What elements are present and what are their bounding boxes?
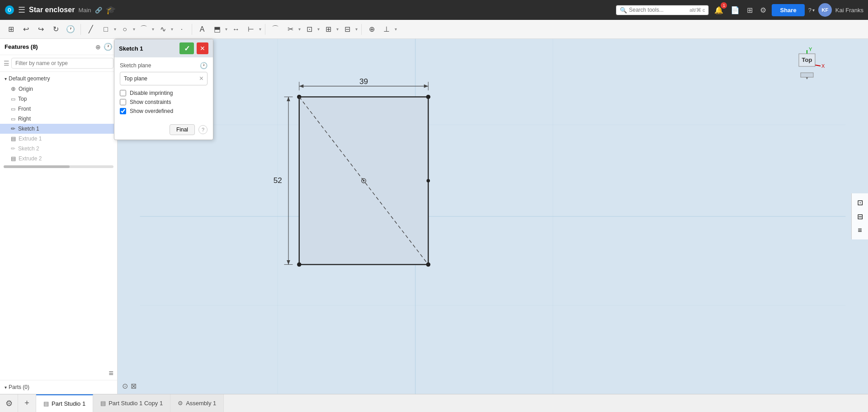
- parts-section: ▾ Parts (0): [0, 380, 117, 394]
- tab-part-studio-1[interactable]: ▤ Part Studio 1: [36, 394, 93, 412]
- sketch-cancel-button[interactable]: ✕: [197, 42, 208, 54]
- arc-arrow[interactable]: ▾: [151, 27, 155, 32]
- document-icon[interactable]: 📄: [729, 4, 741, 16]
- show-constraints-checkbox[interactable]: [120, 99, 126, 105]
- slot-tool[interactable]: ⬒: [210, 22, 224, 37]
- rectangle-tool[interactable]: □: [99, 22, 113, 37]
- filter-input[interactable]: [11, 58, 113, 69]
- feature-item-top[interactable]: ▭ Top: [0, 94, 117, 104]
- line-tool-group: ╱: [84, 22, 98, 37]
- feature-item-right[interactable]: ▭ Right: [0, 114, 117, 124]
- rectangle-arrow[interactable]: ▾: [113, 27, 117, 32]
- arc-tool[interactable]: ⌒: [137, 22, 151, 37]
- svg-text:O: O: [8, 8, 11, 13]
- logo[interactable]: O: [5, 5, 14, 15]
- mini-panel-btn-3[interactable]: ≡: [854, 224, 866, 237]
- features-clock-icon[interactable]: 🕐: [104, 42, 113, 51]
- tab-add-button[interactable]: +: [18, 394, 36, 412]
- snap-tool-group: ⊥ ▾: [379, 22, 398, 37]
- dimension-tool[interactable]: ↔: [229, 22, 243, 37]
- sketch-plane-label: Sketch plane: [120, 62, 151, 69]
- view-cube[interactable]: Y X Top ▾: [787, 43, 827, 84]
- svg-point-15: [426, 179, 430, 183]
- link-icon[interactable]: 🔗: [95, 7, 102, 14]
- graduation-icon[interactable]: 🎓: [106, 5, 116, 15]
- feature-name-sketch1: Sketch 1: [18, 126, 39, 132]
- snap-arrow[interactable]: ▾: [394, 27, 398, 32]
- offset-tool-group: ⊟ ▾: [340, 22, 359, 37]
- mirror-arrow[interactable]: ▾: [316, 27, 321, 32]
- text-tool[interactable]: A: [195, 22, 209, 37]
- feature-item-front[interactable]: ▭ Front: [0, 104, 117, 114]
- list-icon[interactable]: ≡: [108, 369, 113, 378]
- undo-button[interactable]: ↩: [19, 22, 33, 37]
- use-tool[interactable]: ⊕: [364, 22, 379, 37]
- share-button[interactable]: Share: [772, 4, 804, 16]
- settings-icon[interactable]: ⚙: [758, 4, 768, 16]
- show-overdefined-checkbox[interactable]: [120, 108, 126, 114]
- fillet-tool[interactable]: ⌒: [268, 22, 283, 37]
- sketch-panel: Sketch 1 ✓ ✕ Sketch plane 🕐 Top plane × …: [114, 39, 213, 140]
- feature-name-extrude2: Extrude 2: [19, 155, 42, 162]
- trim-tool-group: ✂ ▾: [283, 22, 302, 37]
- trim-tool[interactable]: ✂: [283, 22, 297, 37]
- help-button[interactable]: ? ▾: [808, 7, 815, 14]
- tab-assembly[interactable]: ⚙ Assembly 1: [170, 394, 224, 412]
- avatar[interactable]: KF: [818, 3, 832, 17]
- mini-panel-btn-1[interactable]: ⊡: [854, 196, 866, 209]
- sketch-plane-select[interactable]: Top plane ×: [120, 72, 208, 85]
- sketch-help-icon[interactable]: ?: [198, 125, 208, 134]
- circle-arrow[interactable]: ▾: [132, 27, 136, 32]
- slot-arrow[interactable]: ▾: [224, 27, 228, 32]
- feature-item-extrude2[interactable]: ▤ Extrude 2: [0, 154, 117, 164]
- pattern-tool[interactable]: ⊞: [321, 22, 335, 37]
- offset-tool[interactable]: ⊟: [340, 22, 354, 37]
- trim-arrow[interactable]: ▾: [297, 27, 302, 32]
- plane-clear-icon[interactable]: ×: [199, 75, 203, 83]
- clock-button[interactable]: 🕐: [63, 22, 78, 37]
- redo-button[interactable]: ↪: [33, 22, 48, 37]
- snap-tool[interactable]: ⊥: [379, 22, 394, 37]
- point-tool[interactable]: ·: [175, 22, 189, 37]
- final-button[interactable]: Final: [170, 124, 195, 135]
- tab-part-studio-copy[interactable]: ▤ Part Studio 1 Copy 1: [93, 394, 170, 412]
- grid-view-icon[interactable]: ⊞: [745, 4, 755, 16]
- svg-text:39: 39: [359, 77, 368, 86]
- sep2: [192, 24, 192, 35]
- tab-settings-left[interactable]: ⚙: [0, 394, 18, 412]
- pattern-arrow[interactable]: ▾: [335, 27, 340, 32]
- spline-tool[interactable]: ∿: [156, 22, 170, 37]
- spline-arrow[interactable]: ▾: [170, 27, 174, 32]
- sketch-clock-icon[interactable]: 🕐: [200, 62, 208, 69]
- canvas-icon-2[interactable]: ⊠: [131, 382, 137, 390]
- offset-arrow[interactable]: ▾: [354, 27, 359, 32]
- feature-item-origin[interactable]: ⊕ Origin: [0, 84, 117, 94]
- features-add-icon[interactable]: ⊕: [95, 43, 101, 51]
- toolbar-group-modify: ⌒ ✂ ▾ ⊡ ▾ ⊞ ▾ ⊟ ▾: [268, 22, 359, 37]
- parts-header[interactable]: ▾ Parts (0): [5, 384, 113, 390]
- canvas[interactable]: 39 52 Y X: [118, 39, 868, 394]
- constraint-arrow[interactable]: ▾: [258, 27, 262, 32]
- sketch-panel-footer: Final ?: [114, 122, 213, 140]
- mini-panel-btn-2[interactable]: ⊟: [854, 210, 866, 223]
- circle-tool[interactable]: ○: [118, 22, 132, 37]
- notifications-button[interactable]: 🔔 1: [712, 4, 725, 16]
- constraint-tool[interactable]: ⊢: [244, 22, 258, 37]
- hamburger-menu[interactable]: ☰: [18, 5, 25, 15]
- feature-item-extrude1[interactable]: ▤ Extrude 1: [0, 134, 117, 144]
- disable-imprinting-checkbox[interactable]: [120, 90, 126, 96]
- default-geometry-group[interactable]: ▾ Default geometry: [0, 74, 117, 84]
- sketch-confirm-button[interactable]: ✓: [179, 42, 194, 54]
- features-panel-toggle[interactable]: ⊞: [4, 22, 18, 37]
- regenerate-button[interactable]: ↻: [48, 22, 63, 37]
- mirror-tool[interactable]: ⊡: [302, 22, 316, 37]
- parts-arrow-icon: ▾: [5, 385, 7, 390]
- feature-item-sketch2[interactable]: ✏ Sketch 2: [0, 144, 117, 154]
- sketch-plane-row: Sketch plane 🕐: [120, 62, 208, 69]
- line-tool[interactable]: ╱: [84, 22, 98, 37]
- feature-item-sketch1[interactable]: ✏ Sketch 1: [0, 124, 117, 134]
- canvas-icon-1[interactable]: ⊙: [122, 382, 128, 390]
- search-tools-input[interactable]: [629, 7, 688, 13]
- scroll-thumb[interactable]: [4, 165, 70, 168]
- plane-icon-top: ▭: [11, 96, 15, 102]
